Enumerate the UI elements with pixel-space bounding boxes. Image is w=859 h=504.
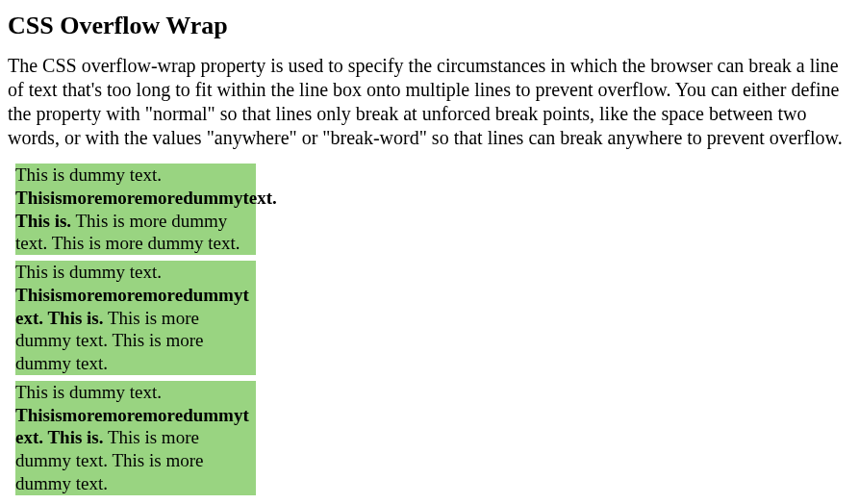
example-box-breakword: This is dummy text. Thisismoremoremoredu… xyxy=(15,381,256,495)
example-text-lead: This is dummy text. xyxy=(15,262,162,282)
page: CSS Overflow Wrap The CSS overflow-wrap … xyxy=(0,0,859,504)
example-box-anywhere: This is dummy text. Thisismoremoremoredu… xyxy=(15,261,256,375)
example-text-lead: This is dummy text. xyxy=(15,164,162,185)
description-paragraph: The CSS overflow-wrap property is used t… xyxy=(8,54,851,150)
page-title: CSS Overflow Wrap xyxy=(8,12,851,40)
example-text-lead: This is dummy text. xyxy=(15,382,162,402)
example-box-normal: This is dummy text. Thisismoremoremoredu… xyxy=(15,164,256,255)
examples-container: This is dummy text. Thisismoremoremoredu… xyxy=(8,164,851,495)
